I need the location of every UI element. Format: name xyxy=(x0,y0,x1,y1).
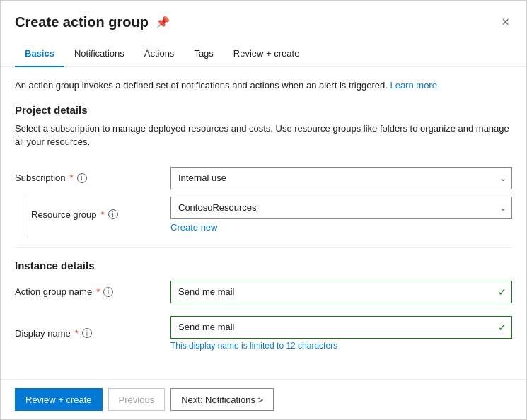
create-new-link[interactable]: Create new xyxy=(170,222,217,233)
display-name-check-icon: ✓ xyxy=(498,322,506,333)
info-text: An action group invokes a defined set of… xyxy=(15,78,512,93)
tab-notifications[interactable]: Notifications xyxy=(64,41,134,67)
section-divider xyxy=(15,247,512,248)
action-group-name-check-icon: ✓ xyxy=(498,286,506,298)
dialog-title-row: Create action group 📌 xyxy=(15,14,170,30)
close-icon[interactable]: × xyxy=(499,12,512,33)
action-group-name-input[interactable] xyxy=(170,281,512,303)
display-name-input[interactable] xyxy=(170,316,512,339)
review-create-button[interactable]: Review + create xyxy=(15,388,103,411)
subscription-info-icon[interactable]: i xyxy=(77,173,87,183)
action-group-name-control: ✓ xyxy=(170,277,512,307)
tab-basics[interactable]: Basics xyxy=(15,41,64,67)
subscription-select-wrapper: Internal use ⌄ xyxy=(170,167,512,189)
subscription-label: Subscription * i xyxy=(15,167,170,189)
previous-button[interactable]: Previous xyxy=(108,388,166,411)
display-name-hint: This display name is limited to 12 chara… xyxy=(170,341,512,351)
dialog-title: Create action group xyxy=(15,14,149,30)
resource-group-select[interactable]: ContosoResources xyxy=(170,197,512,219)
resource-group-info-icon[interactable]: i xyxy=(108,209,118,219)
project-details-description: Select a subscription to manage deployed… xyxy=(15,122,512,149)
dialog-footer: Review + create Previous Next: Notificat… xyxy=(1,379,526,419)
dialog-content: An action group invokes a defined set of… xyxy=(1,67,526,379)
subscription-control: Internal use ⌄ xyxy=(170,163,512,193)
action-group-name-row: Action group name * i ✓ xyxy=(15,277,512,307)
action-group-name-input-wrapper: ✓ xyxy=(170,281,512,303)
tab-review-create[interactable]: Review + create xyxy=(224,41,310,67)
action-group-name-label: Action group name * i xyxy=(15,281,170,303)
pin-icon[interactable]: 📌 xyxy=(156,16,170,29)
display-name-input-wrapper: ✓ xyxy=(170,316,512,339)
learn-more-link[interactable]: Learn more xyxy=(390,80,436,91)
info-text-main: An action group invokes a defined set of… xyxy=(15,80,388,91)
display-name-required: * xyxy=(75,328,79,339)
resource-group-control: ContosoResources ⌄ Create new xyxy=(170,193,512,236)
action-group-name-info-icon[interactable]: i xyxy=(103,287,113,297)
project-details-title: Project details xyxy=(15,104,512,116)
tab-actions[interactable]: Actions xyxy=(134,41,185,67)
dialog-header: Create action group 📌 × xyxy=(1,1,526,41)
display-name-label: Display name * i xyxy=(15,322,170,344)
action-group-name-required: * xyxy=(96,286,100,297)
subscription-required: * xyxy=(70,173,74,183)
resource-group-row: Resource group * i ContosoResources ⌄ Cr… xyxy=(15,193,512,236)
tab-tags[interactable]: Tags xyxy=(184,41,223,67)
display-name-control: ✓ This display name is limited to 12 cha… xyxy=(170,313,512,354)
instance-details-title: Instance details xyxy=(15,259,512,272)
create-action-group-dialog: Create action group 📌 × Basics Notificat… xyxy=(0,0,527,420)
subscription-row: Subscription * i Internal use ⌄ xyxy=(15,163,512,193)
next-button[interactable]: Next: Notifications > xyxy=(170,388,274,411)
resource-group-required: * xyxy=(101,209,105,220)
subscription-select[interactable]: Internal use xyxy=(170,167,512,189)
resource-group-select-wrapper: ContosoResources ⌄ xyxy=(170,197,512,219)
display-name-info-icon[interactable]: i xyxy=(82,328,92,338)
resource-group-label: Resource group * i xyxy=(31,204,118,226)
display-name-row: Display name * i ✓ This display name is … xyxy=(15,313,512,354)
tab-bar: Basics Notifications Actions Tags Review… xyxy=(1,41,526,67)
